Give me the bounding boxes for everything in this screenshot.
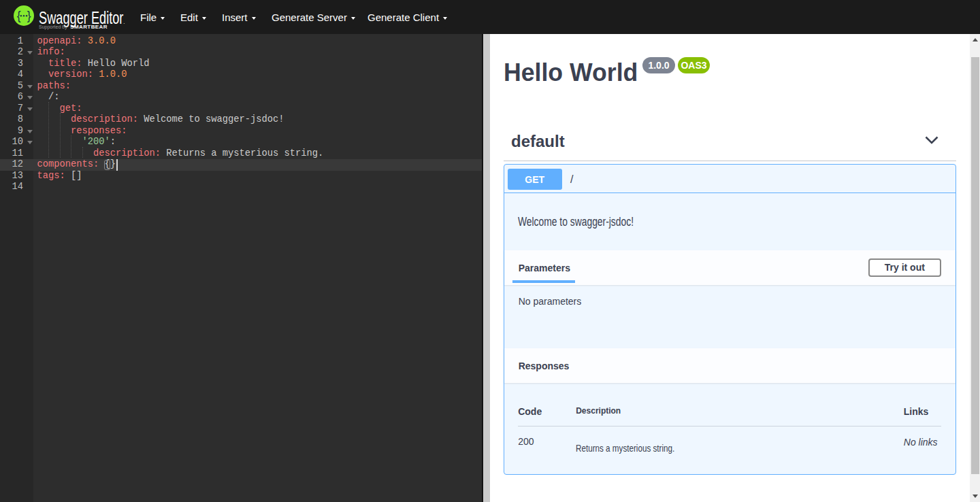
- svg-text:}: }: [27, 9, 31, 22]
